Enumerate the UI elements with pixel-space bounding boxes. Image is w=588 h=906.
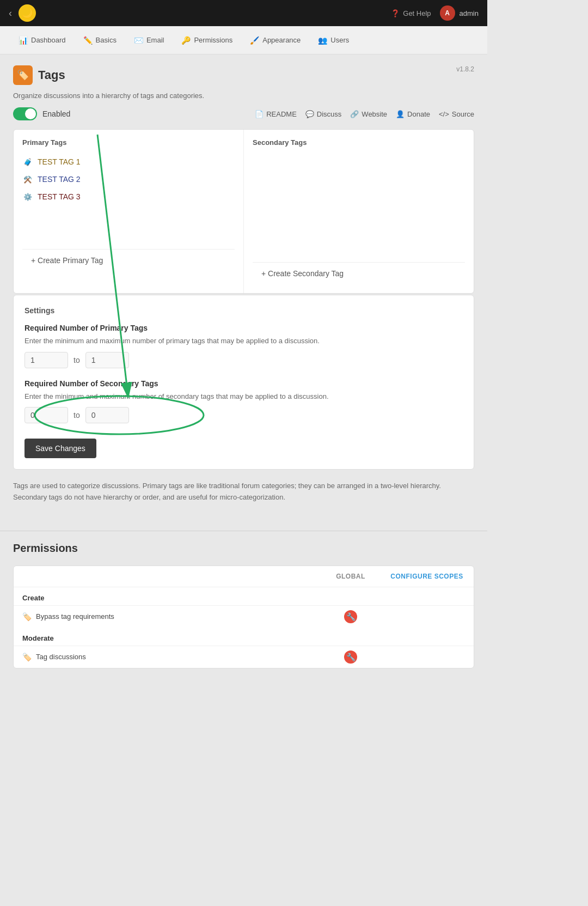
- email-icon: ✉️: [134, 36, 143, 45]
- admin-menu[interactable]: A admin: [440, 5, 479, 21]
- enabled-toggle[interactable]: [13, 107, 37, 120]
- permissions-header: GLOBAL Configure Scopes: [14, 566, 474, 587]
- table-row: 🏷️ Bypass tag requirements 🔧: [14, 605, 474, 628]
- tag-label-3: TEST TAG 3: [38, 192, 81, 201]
- list-item[interactable]: ⚙️ TEST TAG 3: [22, 188, 235, 205]
- tag-icon-3: ⚙️: [22, 191, 33, 202]
- perm-cell-global: 🔧: [313, 650, 389, 664]
- top-bar-left: ‹ 🌙: [9, 4, 36, 22]
- wrench-icon: 🔧: [346, 612, 356, 621]
- perm-icon-red: 🔧: [344, 650, 357, 664]
- perm-group-create: Create: [14, 587, 474, 605]
- back-button[interactable]: ‹: [9, 8, 12, 19]
- create-secondary-tag-area: + Create Secondary Tag: [253, 262, 465, 284]
- secondary-tags-header: Secondary Tags: [253, 138, 465, 147]
- donate-icon: 👤: [396, 110, 405, 118]
- users-icon: 👥: [318, 36, 327, 45]
- enabled-row: Enabled 📄 README 💬 Discuss 🔗 Website 👤 D…: [13, 107, 474, 120]
- discuss-icon: 💬: [305, 110, 314, 118]
- sidebar-item-appearance[interactable]: 🖌️ Appearance: [242, 32, 308, 49]
- basics-icon: ✏️: [83, 36, 93, 45]
- website-icon: 🔗: [350, 110, 359, 118]
- wrench-icon: 🔧: [346, 653, 356, 661]
- logo-icon: 🌙: [21, 7, 33, 19]
- readme-link[interactable]: 📄 README: [255, 110, 297, 118]
- secondary-tags-column: Secondary Tags + Create Secondary Tag: [244, 130, 474, 293]
- primary-range-to: to: [74, 356, 80, 364]
- tag-icon-1: 🧳: [22, 156, 33, 167]
- top-bar: ‹ 🌙 ❓ Get Help A admin: [0, 0, 487, 26]
- list-item[interactable]: 🧳 TEST TAG 1: [22, 153, 235, 171]
- secondary-tags-setting: Required Number of Secondary Tags Enter …: [24, 379, 463, 424]
- plugin-description: Organize discussions into a hierarchy of…: [13, 92, 474, 100]
- discuss-link[interactable]: 💬 Discuss: [305, 110, 342, 118]
- tag-label-1: TEST TAG 1: [38, 157, 81, 166]
- toggle-knob: [25, 108, 36, 119]
- tags-columns: Primary Tags 🧳 TEST TAG 1 ⚒️ TEST TAG 2 …: [14, 130, 474, 293]
- primary-setting-label: Required Number of Primary Tags: [24, 324, 463, 332]
- create-primary-tag-button[interactable]: + Create Primary Tag: [31, 256, 103, 265]
- list-item[interactable]: ⚒️ TEST TAG 2: [22, 171, 235, 188]
- sidebar-item-label: Users: [330, 36, 349, 44]
- website-link[interactable]: 🔗 Website: [350, 110, 387, 118]
- logo: 🌙: [19, 4, 36, 22]
- plugin-icon: 🏷️: [13, 65, 33, 85]
- help-icon: ❓: [391, 9, 400, 17]
- help-label: Get Help: [403, 9, 431, 17]
- primary-max-input[interactable]: [85, 352, 129, 368]
- sidebar-item-permissions[interactable]: 🔑 Permissions: [174, 32, 240, 49]
- secondary-min-input[interactable]: [24, 407, 68, 423]
- tag-label-2: TEST TAG 2: [38, 175, 81, 184]
- avatar: A: [440, 5, 455, 21]
- perm-icon-red: 🔧: [344, 610, 357, 623]
- tag-icon: 🏷️: [22, 612, 32, 621]
- sidebar-item-label: Permissions: [194, 36, 232, 44]
- perm-global-header: GLOBAL: [313, 573, 389, 580]
- version-badge: v1.8.2: [456, 65, 474, 73]
- readme-icon: 📄: [255, 110, 264, 118]
- footer-note: Tags are used to categorize discussions.…: [13, 470, 474, 520]
- perm-group-moderate: Moderate: [14, 628, 474, 646]
- sidebar-item-label: Dashboard: [31, 36, 66, 44]
- configure-scopes-link[interactable]: Configure Scopes: [389, 573, 465, 580]
- primary-range-row: to: [24, 352, 463, 368]
- sidebar-item-label: Appearance: [262, 36, 301, 44]
- top-bar-right: ❓ Get Help A admin: [391, 5, 479, 21]
- links-row: 📄 README 💬 Discuss 🔗 Website 👤 Donate </…: [255, 110, 474, 118]
- permissions-table: GLOBAL Configure Scopes Create 🏷️ Bypass…: [13, 566, 474, 668]
- sub-nav: 📊 Dashboard ✏️ Basics ✉️ Email 🔑 Permiss…: [0, 26, 487, 54]
- sidebar-item-email[interactable]: ✉️ Email: [126, 32, 172, 49]
- primary-tags-setting: Required Number of Primary Tags Enter th…: [24, 324, 463, 368]
- table-row: 🏷️ Tag discussions 🔧: [14, 646, 474, 668]
- plugin-title-area: 🏷️ Tags: [13, 65, 65, 85]
- source-icon: </>: [439, 110, 449, 118]
- perm-row-label: 🏷️ Tag discussions: [22, 653, 313, 661]
- permissions-section: Permissions GLOBAL Configure Scopes Crea…: [0, 531, 487, 679]
- sidebar-item-dashboard[interactable]: 📊 Dashboard: [11, 32, 74, 49]
- sidebar-item-basics[interactable]: ✏️ Basics: [76, 32, 124, 49]
- primary-tags-header: Primary Tags: [22, 138, 235, 147]
- sidebar-item-label: Email: [146, 36, 164, 44]
- secondary-setting-label: Required Number of Secondary Tags: [24, 379, 463, 388]
- donate-link[interactable]: 👤 Donate: [396, 110, 430, 118]
- primary-tags-column: Primary Tags 🧳 TEST TAG 1 ⚒️ TEST TAG 2 …: [14, 130, 244, 293]
- secondary-max-input[interactable]: [85, 407, 129, 423]
- permissions-title: Permissions: [13, 542, 474, 555]
- source-link[interactable]: </> Source: [439, 110, 474, 118]
- save-button[interactable]: Save Changes: [24, 439, 96, 458]
- primary-min-input[interactable]: [24, 352, 68, 368]
- dashboard-icon: 📊: [19, 36, 28, 45]
- secondary-range-to: to: [74, 411, 80, 419]
- help-link[interactable]: ❓ Get Help: [391, 9, 431, 17]
- page-title: Tags: [38, 68, 65, 82]
- create-secondary-tag-button[interactable]: + Create Secondary Tag: [261, 269, 344, 278]
- enabled-left: Enabled: [13, 107, 70, 120]
- perm-row-label: 🏷️ Bypass tag requirements: [22, 612, 313, 621]
- plugin-header: 🏷️ Tags v1.8.2: [13, 65, 474, 85]
- settings-title: Settings: [24, 306, 463, 315]
- enabled-label: Enabled: [42, 110, 70, 118]
- paint-icon: 🖌️: [250, 36, 259, 45]
- sidebar-item-label: Basics: [96, 36, 117, 44]
- sidebar-item-users[interactable]: 👥 Users: [310, 32, 357, 49]
- secondary-range-row: to: [24, 407, 463, 423]
